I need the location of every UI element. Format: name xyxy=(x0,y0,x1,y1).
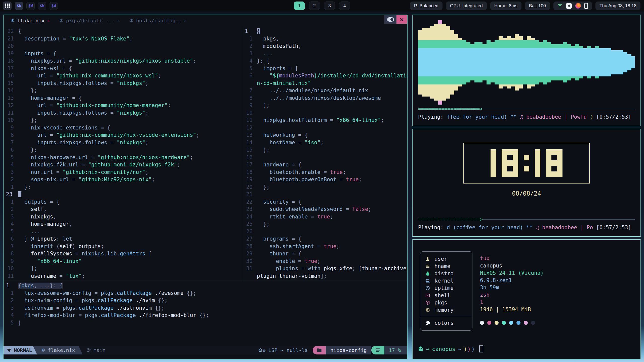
code-line: 11 inputs.nixpkgs.follows = "nixpkgs"; xyxy=(4,109,242,117)
launcher-button[interactable] xyxy=(3,2,12,10)
code-text: thunar = { xyxy=(257,251,301,257)
separator-text: =====================> xyxy=(418,216,482,223)
nix-icon: ❄ xyxy=(41,347,45,353)
line-number: 19 xyxy=(242,176,257,184)
workspace-button-4[interactable]: $W xyxy=(50,2,58,10)
statusline: NORMAL ❄ flake.nix main ⚙⚙ LSP ~ null-ls… xyxy=(4,346,407,354)
tag-1[interactable]: 1 xyxy=(294,2,305,10)
editor-pane-iso[interactable]: 1{1 pkgs,2 modulesPath,3 ...4}: {5 impor… xyxy=(242,26,407,281)
code-text: astronvim = pkgs.callPackage ./astronvim… xyxy=(18,305,165,311)
tag-4[interactable]: 4 xyxy=(339,2,350,10)
fetch-label: user xyxy=(434,256,447,262)
line-number: 8 xyxy=(242,95,257,102)
bluetooth-icon[interactable] xyxy=(566,3,572,9)
pkgs-icon xyxy=(425,300,430,305)
code-text: nixpkgs, xyxy=(18,214,56,220)
tab-1[interactable]: ❄flake.nix× xyxy=(11,18,50,24)
line-number: 3 xyxy=(242,50,257,58)
code-line: 16 url = "github:nix-community/nixos-wsl… xyxy=(4,72,242,80)
line-number: 9 xyxy=(242,102,257,109)
prompt-arrow: → xyxy=(426,346,429,352)
line-number: 21 xyxy=(242,191,257,198)
nix-icon: ❄ xyxy=(11,18,15,24)
status-pill[interactable]: GPU: Integrated xyxy=(446,2,487,10)
close-icon: × xyxy=(399,16,404,23)
code-line: 3 nixpkgs, xyxy=(4,213,242,221)
fetch-label: memory xyxy=(434,307,454,313)
code-line: 4 firefox-mod-blur = pkgs.callPackage ./… xyxy=(4,312,407,319)
line-number: 13 xyxy=(242,131,257,139)
workspace-button-2[interactable]: $W xyxy=(26,2,35,10)
code-text: imports = [ xyxy=(257,65,298,71)
prompt-chevron-icon: ) xyxy=(464,346,467,352)
status-pill[interactable]: Home: 8ms xyxy=(490,2,521,10)
tabline-close-button[interactable]: × xyxy=(396,15,407,24)
code-text: }; xyxy=(18,87,37,94)
code-line: 5} xyxy=(4,319,407,327)
code-line: 2 self, xyxy=(4,206,242,213)
code-text: sops-nix.url = "github:Mic92/sops-nix"; xyxy=(18,176,155,183)
line-number: 20 xyxy=(4,42,18,50)
media-icon[interactable] xyxy=(575,3,581,9)
line-number: 10 xyxy=(4,265,18,273)
code-line: 5 imports = [ xyxy=(242,65,407,72)
editor-pane-default[interactable]: 1{pkgs, ...}: {1 tux-awesome-wm-config =… xyxy=(4,281,407,346)
folder-icon xyxy=(313,346,326,354)
code-text: { xyxy=(257,28,260,34)
terminal-clock-window[interactable]: 08/08/24 =====================> Playing:… xyxy=(412,129,641,237)
tab-2[interactable]: ❄pkgs/default ...× xyxy=(59,18,120,24)
clock-pill[interactable]: Thu Aug 08, 18:18 xyxy=(595,2,640,10)
line-number: 9 xyxy=(4,258,18,265)
code-line: 8 ../../modules/nixos/desktop/awesome xyxy=(242,95,407,102)
code-line: 7 inputs.nixpkgs.follows = "nixpkgs"; xyxy=(4,139,242,147)
line-number: 5 xyxy=(4,319,18,327)
shell-icon xyxy=(425,293,430,298)
line-number: 2 xyxy=(4,206,18,213)
tab-3[interactable]: ❄hosts/isoImag..× xyxy=(129,18,187,24)
code-text: hostName = "iso"; xyxy=(257,140,324,146)
system-tray xyxy=(553,2,592,10)
status-pill[interactable]: P: Balanced xyxy=(410,2,442,10)
code-line: 6 "${modulesPath}/installer/cd-dvd/insta… xyxy=(242,72,407,80)
code-line: 18 bluetooth.enable = true; xyxy=(242,169,407,176)
cmdline[interactable] xyxy=(4,354,407,359)
line-number: 3 xyxy=(4,213,18,221)
code-text: } @ inputs: let xyxy=(18,236,72,242)
line-number: 13 xyxy=(4,95,18,102)
workspace-button-3[interactable]: $W xyxy=(38,2,46,10)
clock-digit xyxy=(524,149,529,177)
phone-icon[interactable] xyxy=(584,3,588,9)
prompt-host: canopus xyxy=(432,346,455,352)
tab-close-icon[interactable]: × xyxy=(117,18,120,23)
code-text: nixpkgs.hostPlatform = "x86_64-linux"; xyxy=(257,117,384,123)
separator-text: =====================> xyxy=(418,105,482,113)
tab-close-icon[interactable]: × xyxy=(184,18,187,23)
palette-icon xyxy=(425,321,430,326)
nix-icon: ❄ xyxy=(129,18,134,24)
tag-2[interactable]: 2 xyxy=(309,2,320,10)
tag-3[interactable]: 3 xyxy=(324,2,335,10)
user-icon xyxy=(425,257,430,261)
terminal-fetch-window[interactable]: userhnamedistrokerneluptimeshellpkgsmemo… xyxy=(412,239,641,359)
code-line: plugin thunar-volman]; xyxy=(242,273,407,280)
buffer-tabline: ❄flake.nix×❄pkgs/default ...×❄hosts/isoI… xyxy=(4,15,407,26)
prompt-chevron-icon: ) xyxy=(472,346,474,352)
neovim-window: ❄flake.nix×❄pkgs/default ...×❄hosts/isoI… xyxy=(3,15,408,359)
code-text: ../../modules/nixos/desktop/awesome xyxy=(257,95,381,101)
network-icon[interactable] xyxy=(557,3,562,8)
editor-pane-flake[interactable]: 22{21 description = "tux's NixOS Flake";… xyxy=(4,26,242,281)
terminal-palette-dots xyxy=(480,321,544,325)
tab-close-icon[interactable]: × xyxy=(47,18,50,23)
code-text: security = { xyxy=(257,199,301,205)
line-number: 22 xyxy=(242,198,257,206)
workspace-button-1[interactable]: $W xyxy=(15,2,23,10)
line-number: 1 xyxy=(4,282,18,290)
code-line: 17 hardware = { xyxy=(242,161,407,169)
code-text: inputs.nixpkgs.follows = "nixpkgs"; xyxy=(18,140,148,146)
tabline-toggle-button[interactable] xyxy=(384,15,396,24)
terminal-visualizer-window[interactable]: =====================> Playing: ffee for… xyxy=(412,15,641,126)
shell-prompt[interactable]: → canopus ~ ))) xyxy=(418,345,483,352)
status-pill[interactable]: Bat: 100 xyxy=(525,2,550,10)
code-line: 15 }; xyxy=(242,146,407,154)
line-number: 10 xyxy=(4,117,18,124)
